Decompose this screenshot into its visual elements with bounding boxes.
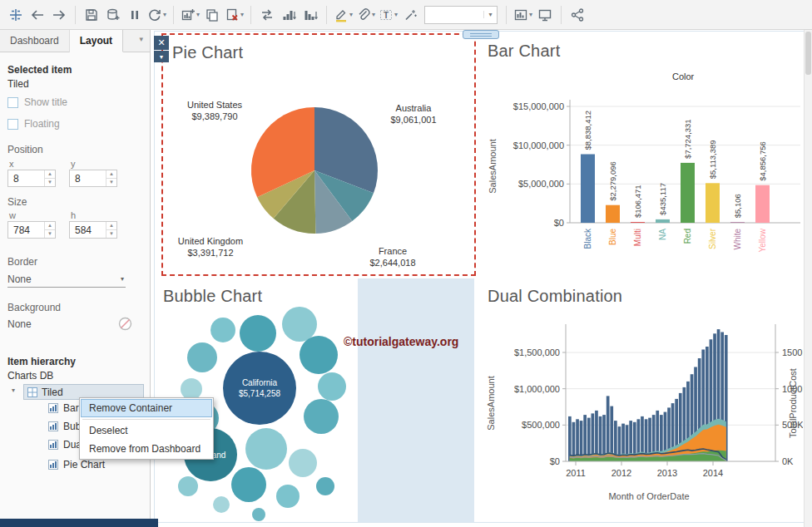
duplicate-sheet-button[interactable]	[201, 4, 223, 26]
clear-sheet-icon	[225, 7, 240, 22]
scrollbar-thumb[interactable]	[805, 32, 811, 75]
paperclip-button[interactable]: ▾	[354, 4, 377, 26]
tab-layout[interactable]: Layout	[70, 30, 123, 52]
bar[interactable]	[706, 183, 720, 223]
format-wand-button[interactable]	[399, 4, 421, 26]
bubble[interactable]	[304, 399, 339, 434]
bar[interactable]	[581, 155, 595, 224]
sales-bar[interactable]	[568, 416, 572, 461]
sort-ascending-button[interactable]	[278, 4, 300, 26]
pie-chart-zone[interactable]: Pie Chart Australia$9,061,001France$2,64…	[163, 35, 474, 274]
x-field[interactable]: 8 ▲▼	[7, 170, 56, 187]
menu-item-remove-container[interactable]: Remove Container	[81, 399, 212, 417]
menu-item-remove-from-dashboard[interactable]: Remove from Dashboard	[81, 440, 212, 458]
bubble[interactable]	[231, 467, 266, 502]
text-label-icon: T	[379, 7, 394, 22]
presentation-mode-button[interactable]	[534, 4, 556, 26]
new-worksheet-button[interactable]: ▾	[179, 4, 201, 26]
bubble[interactable]	[316, 477, 334, 495]
empty-container-cell[interactable]	[358, 278, 474, 522]
bar[interactable]	[730, 222, 745, 223]
background-row[interactable]: None	[7, 317, 132, 331]
bar-chart-plot: $0$5,000,000$10,000,000$15,000,000SalesA…	[483, 35, 803, 274]
pause-updates-button[interactable]	[124, 4, 146, 26]
swap-axes-button[interactable]	[256, 4, 278, 26]
zone-options-button[interactable]: ▼	[154, 51, 169, 62]
context-menu: Remove Container Deselect Remove from Da…	[79, 397, 214, 460]
dual-combination-zone[interactable]: $0$500,000$1,000,000$1,500,0000K500K1000…	[483, 278, 803, 522]
tree-expand-caret[interactable]: ▾	[12, 387, 15, 394]
pie-label: United Kingdom	[178, 236, 243, 246]
tree-item-pie-chart[interactable]: Pie Chart	[48, 458, 105, 471]
bubble[interactable]	[178, 476, 198, 496]
sales-bar[interactable]	[607, 396, 610, 461]
border-dropdown[interactable]: None ▾	[7, 271, 126, 288]
container-drag-handle[interactable]	[463, 30, 499, 39]
container-icon	[27, 387, 37, 397]
bar-chart-title: Bar Chart	[488, 42, 560, 61]
x-tick-label: Multi	[633, 229, 642, 246]
bubble[interactable]	[289, 449, 317, 477]
bubble-label: California	[242, 378, 278, 387]
text-label-button[interactable]: T ▾	[377, 4, 399, 26]
x-tick-label: NA	[658, 229, 667, 240]
x-tick-label: Yellow	[758, 228, 767, 252]
bubble[interactable]	[252, 508, 265, 521]
show-cards-button[interactable]: ▾	[512, 4, 534, 26]
bar[interactable]	[681, 163, 695, 223]
show-title-checkbox[interactable]	[7, 97, 18, 108]
menu-item-deselect[interactable]: Deselect	[81, 421, 212, 440]
highlight-button[interactable]: ▾	[332, 4, 354, 26]
left-tick-label: $1,500,000	[514, 347, 560, 357]
bubble[interactable]	[213, 496, 230, 513]
w-field-spinner[interactable]: ▲▼	[44, 222, 55, 238]
chevron-down-icon[interactable]: ▾	[139, 30, 150, 52]
refresh-button[interactable]: ▾	[146, 4, 168, 26]
bubble[interactable]	[276, 485, 300, 508]
dual-combination-plot: $0$500,000$1,000,000$1,500,0000K500K1000…	[483, 278, 803, 522]
x-field-spinner[interactable]: ▲▼	[44, 170, 55, 186]
tab-dashboard[interactable]: Dashboard	[0, 30, 70, 52]
bubble[interactable]	[282, 307, 317, 342]
bar[interactable]	[656, 219, 670, 223]
bubble[interactable]	[187, 342, 217, 372]
bubble[interactable]	[300, 336, 338, 374]
sort-ascending-icon	[281, 7, 296, 22]
w-field[interactable]: 784 ▲▼	[7, 221, 56, 239]
left-tick-label: $0	[550, 456, 560, 466]
add-datasource-button[interactable]	[102, 4, 124, 26]
y-field-spinner[interactable]: ▲▼	[106, 170, 116, 186]
clear-sheet-dropdown-caret: ▾	[240, 11, 244, 18]
save-button[interactable]	[81, 4, 102, 26]
highlight-dropdown-caret: ▾	[349, 11, 353, 18]
h-field[interactable]: 584 ▲▼	[69, 221, 117, 239]
vertical-scrollbar[interactable]	[804, 30, 812, 527]
share-button[interactable]	[567, 4, 588, 26]
x-tick-label: Black	[583, 228, 592, 249]
bar[interactable]	[755, 185, 770, 223]
fit-selector[interactable]: ▾	[424, 6, 498, 24]
clear-sheet-button[interactable]: ▾	[223, 4, 245, 26]
bubble[interactable]	[318, 372, 346, 401]
pie-value-label: $2,644,018	[369, 258, 415, 268]
floating-checkbox[interactable]	[7, 119, 18, 130]
bubble[interactable]	[240, 315, 276, 352]
left-axis-title: SalesAmount	[486, 376, 496, 430]
right-axis-title: TotalProductCost	[788, 368, 798, 438]
h-field-spinner[interactable]: ▲▼	[106, 222, 116, 238]
toolbar-separator	[173, 6, 174, 24]
remove-zone-button[interactable]: ✕	[154, 36, 169, 50]
bubble[interactable]	[245, 428, 287, 470]
bar[interactable]	[606, 205, 620, 223]
tableau-logo-icon[interactable]	[5, 4, 27, 26]
background-value: None	[7, 318, 32, 330]
redo-button[interactable]	[48, 4, 70, 26]
bar-chart-zone[interactable]: $0$5,000,000$10,000,000$15,000,000SalesA…	[483, 35, 803, 274]
sort-descending-button[interactable]	[300, 4, 321, 26]
bubble[interactable]	[210, 318, 235, 342]
undo-button[interactable]	[27, 4, 48, 26]
bubble[interactable]	[223, 352, 296, 425]
show-title-label: Show title	[24, 96, 67, 108]
y-field[interactable]: 8 ▲▼	[69, 170, 117, 187]
bar[interactable]	[631, 222, 645, 223]
